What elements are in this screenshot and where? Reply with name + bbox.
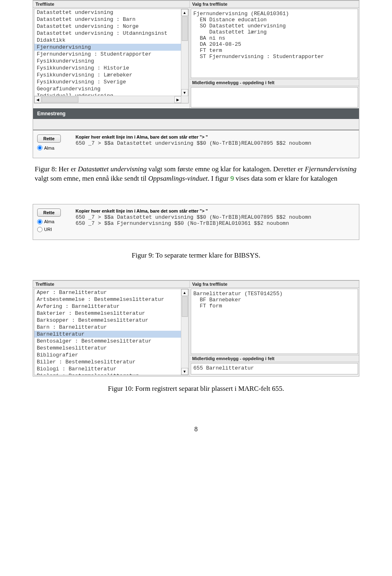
scroll-thumb[interactable] [42, 96, 78, 103]
caption-10: Figur 10: Form registrert separat blir p… [0, 385, 392, 393]
emnestreng-body [33, 119, 359, 130]
valg-line: Barnelitteratur (TEST014255) [194, 291, 355, 297]
list-item[interactable]: Didaktikk [34, 37, 188, 44]
figure-10: Treffliste Aper : Barnelitteratur Artsbe… [33, 280, 359, 377]
valg-line: FT form [194, 303, 355, 309]
list-item[interactable]: Bestemmelseslitteratur [34, 345, 188, 352]
list-item[interactable]: Barksopper : Bestemmelseslitteratur [34, 317, 188, 324]
marc-line: 650 _7 > $$a Datastøttet undervisning $$… [76, 214, 355, 220]
valg-line: SO Datastøttet undervisning [194, 23, 355, 29]
list-item[interactable]: Bibliografier [34, 352, 188, 359]
treffliste-listbox[interactable]: Aper : Barnelitteratur Artsbestemmelse :… [34, 289, 189, 375]
emnestreng-header: Emnestreng [33, 108, 359, 119]
scroll-left-icon[interactable]: ◀ [34, 96, 41, 103]
scroll-down-icon[interactable]: ▼ [181, 89, 188, 96]
valg-panel: Fjernundervisning (REAL010361) EN Distan… [191, 9, 358, 78]
list-item[interactable]: Geografiundervisning [34, 85, 188, 92]
scroll-thumb[interactable] [182, 296, 188, 317]
list-item[interactable]: Datastøttet undervisning : Norge [34, 23, 188, 30]
alma-radio[interactable]: Alma [37, 219, 54, 224]
scroll-up-icon[interactable]: ▲ [181, 289, 188, 296]
marc-output: 650 _7 > $$a Datastøttet undervisning $$… [76, 214, 355, 226]
kopier-instructions: Kopier hver enkelt linje inn i Alma, bar… [76, 208, 355, 213]
valg-line: BA ni ns [194, 35, 355, 41]
bottom-controls: Rette Alma Kopier hver enkelt linje inn … [33, 130, 359, 158]
list-item[interactable]: Fysikkundervisning : Sverige [34, 78, 188, 85]
rette-button[interactable]: Rette [37, 134, 61, 143]
list-item[interactable]: Datastøttet undervisning : Barn [34, 16, 188, 23]
treffliste-listbox[interactable]: Datastøttet undervisning Datastøttet und… [34, 9, 189, 103]
midlertidig-header: Midlertidig emnebygg - oppdeling i felt [190, 355, 359, 362]
midlertidig-panel: 655 Barnelitteratur [191, 363, 358, 374]
valg-line: EN Distance education [194, 17, 355, 23]
treffliste-header: Treffliste [33, 0, 189, 8]
kopier-instructions: Kopier hver enkelt linje inn i Alma, bar… [76, 134, 355, 139]
list-item[interactable]: Datastøttet undervisning [34, 9, 188, 16]
marc-line: 650 _7 > $$a Datastøttet undervisning $$… [76, 140, 355, 146]
list-item[interactable]: Biologi : Barnelitteratur [34, 365, 188, 372]
figure-9: Rette Alma URI Kopier hver enkelt linje … [33, 204, 359, 240]
alma-radio-label: Alma [44, 219, 54, 224]
valg-line: Datastøttet læring [194, 29, 355, 35]
list-item[interactable]: Fysikkundervisning [34, 58, 188, 65]
caption-9: Figur 9: To separate termer klare for BI… [0, 251, 392, 260]
midler-line: 655 Barnelitteratur [194, 365, 355, 371]
alma-radio[interactable]: Alma [37, 145, 54, 150]
marc-line: 650 _7 > $$a Fjernundervisning $$0 (No-T… [76, 220, 355, 226]
list-item[interactable]: Aper : Barnelitteratur [34, 289, 188, 296]
list-item[interactable]: Avføring : Barnelitteratur [34, 303, 188, 310]
scroll-down-icon[interactable]: ▼ [181, 368, 188, 375]
valg-line: DA 2014-08-25 [194, 41, 355, 47]
valg-header: Valg fra treffliste [190, 0, 359, 8]
uri-radio[interactable]: URI [37, 227, 52, 232]
scroll-right-icon[interactable]: ▶ [174, 96, 181, 103]
uri-radio-input[interactable] [37, 227, 42, 232]
valg-header: Valg fra treffliste [190, 280, 359, 288]
list-item[interactable]: Fjernundervisning : Studentrapporter [34, 51, 188, 58]
valg-line: ST Fjernundervisning : Studentrapporter [194, 54, 355, 60]
scroll-thumb[interactable] [182, 16, 188, 41]
rette-button[interactable]: Rette [37, 208, 61, 217]
valg-line: BF Barnebøker [194, 297, 355, 303]
valg-panel: Barnelitteratur (TEST014255) BF Barnebøk… [191, 289, 358, 354]
valg-line: FT term [194, 47, 355, 54]
alma-radio-input[interactable] [37, 145, 42, 150]
list-item[interactable]: Datastøttet undervisning : Utdanningsins… [34, 30, 188, 37]
vertical-scrollbar[interactable]: ▲ ▼ [181, 9, 188, 96]
list-item[interactable]: Biologi : Bestemmelseslitteratur [34, 372, 188, 375]
list-item[interactable]: Bakterier : Bestemmelseslitteratur [34, 310, 188, 317]
vertical-scrollbar[interactable]: ▲ ▼ [181, 289, 188, 375]
list-item[interactable]: Biller : Bestemmelseslitteratur [34, 359, 188, 365]
marc-output: 650 _7 > $$a Datastøttet undervisning $$… [76, 140, 355, 146]
list-item[interactable]: Artsbestemmelse : Bestemmelseslitteratur [34, 296, 188, 303]
list-item-selected[interactable]: Fjernundervisning [34, 44, 188, 51]
midlertidig-header: Midlertidig emnebygg - oppdeling i felt [190, 79, 359, 86]
list-item[interactable]: Barn : Barnelitteratur [34, 324, 188, 331]
treffliste-header: Treffliste [33, 280, 189, 288]
scroll-up-icon[interactable]: ▲ [181, 9, 188, 16]
page-number: 8 [0, 426, 392, 433]
alma-radio-label: Alma [44, 146, 54, 150]
valg-line: Fjernundervisning (REAL010361) [194, 11, 355, 17]
list-item-selected[interactable]: Barnelitteratur [34, 331, 188, 338]
horizontal-scrollbar[interactable]: ◀ ▶ [34, 96, 188, 103]
list-item[interactable]: Bentosalger : Bestemmelseslitteratur [34, 338, 188, 345]
list-item[interactable]: Fysikkundervisning : Historie [34, 65, 188, 72]
caption-8: Figur 8: Her er Datastøttet undervisning… [35, 165, 357, 184]
midlertidig-panel [191, 87, 358, 108]
figure-8: Treffliste Datastøttet undervisning Data… [33, 0, 359, 158]
list-item[interactable]: Fysikkundervisning : Lærebøker [34, 72, 188, 78]
uri-radio-label: URI [44, 227, 52, 232]
alma-radio-input[interactable] [37, 219, 42, 224]
